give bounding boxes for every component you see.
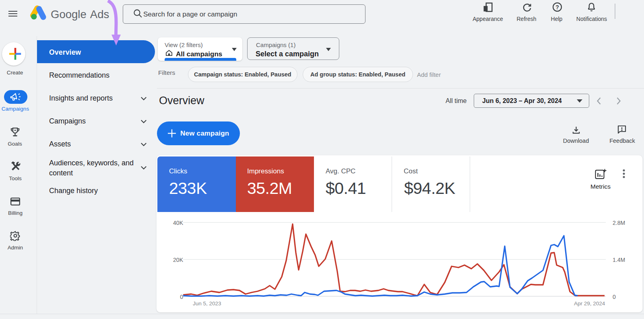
svg-text:?: ? xyxy=(555,4,559,10)
